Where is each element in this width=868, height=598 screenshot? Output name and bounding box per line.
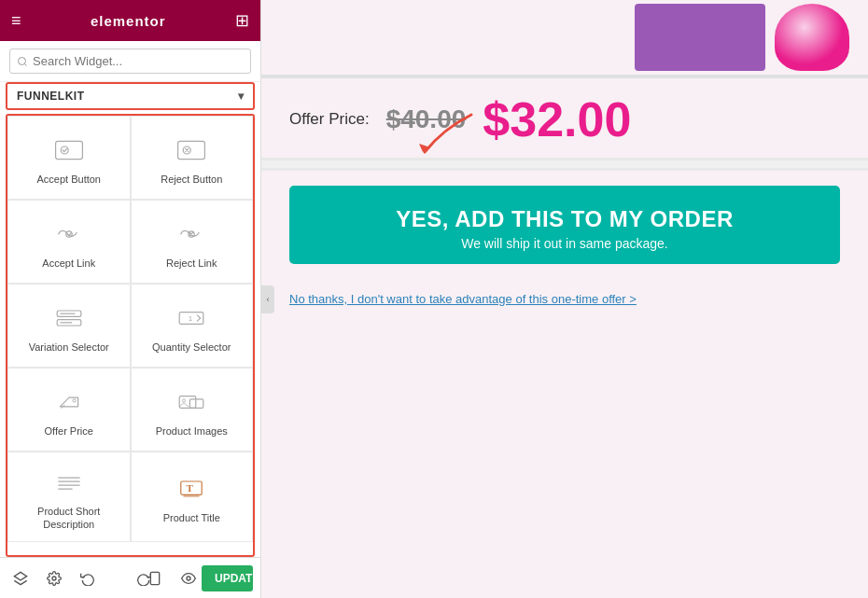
accept-button-label: Accept Button	[37, 173, 102, 186]
reject-link[interactable]: No thanks, I don't want to take advantag…	[289, 292, 637, 306]
left-panel: ≡ elementor ⊞ FUNNELKIT ▾ Accept Button	[0, 0, 261, 598]
redo-icon[interactable]	[108, 565, 134, 591]
accept-button-icon	[52, 133, 86, 167]
cta-main-text: YES, ADD THIS TO MY ORDER	[308, 206, 821, 232]
quantity-selector-icon: 1	[175, 301, 208, 335]
top-bar: ≡ elementor ⊞	[0, 0, 260, 41]
svg-point-27	[187, 577, 190, 580]
offer-price-value: $32.00	[483, 95, 631, 144]
price-section: Offer Price: $40.00 $32.00	[261, 78, 868, 158]
svg-point-15	[183, 399, 186, 402]
svg-point-12	[73, 399, 76, 402]
purple-product-box	[635, 4, 765, 71]
grid-icon[interactable]: ⊞	[235, 10, 249, 31]
svg-rect-25	[150, 572, 159, 584]
cta-section: YES, ADD THIS TO MY ORDER We will ship i…	[261, 171, 868, 279]
svg-rect-2	[178, 141, 205, 159]
accept-link-label: Accept Link	[42, 257, 95, 270]
product-images-icon	[175, 385, 208, 419]
variation-selector-label: Variation Selector	[29, 341, 109, 354]
widget-quantity-selector[interactable]: 1 Quantity Selector	[131, 284, 254, 368]
widget-offer-price[interactable]: Offer Price	[7, 368, 131, 452]
chevron-down-icon: ▾	[238, 90, 245, 103]
undo-icon[interactable]	[75, 565, 101, 591]
widget-variation-selector[interactable]: Variation Selector	[7, 284, 131, 368]
offer-price-label: Offer Price:	[289, 110, 370, 129]
search-input[interactable]	[9, 49, 251, 74]
reject-link-section: No thanks, I don't want to take advantag…	[261, 279, 868, 318]
app-title: elementor	[91, 13, 166, 29]
svg-point-1	[61, 146, 68, 154]
menu-icon[interactable]: ≡	[11, 11, 21, 31]
widget-product-images[interactable]: Product Images	[131, 368, 254, 452]
cta-button[interactable]: YES, ADD THIS TO MY ORDER We will ship i…	[289, 186, 840, 264]
bottom-tools	[7, 565, 202, 591]
product-short-desc-icon	[52, 466, 86, 499]
svg-text:1: 1	[189, 314, 193, 323]
offer-price-label: Offer Price	[45, 424, 93, 438]
right-panel: ‹ Offer Price: $40.00 $32.00 YES, ADD TH…	[261, 0, 868, 598]
reject-button-label: Reject Button	[161, 173, 222, 186]
product-images-label: Product Images	[156, 424, 228, 438]
widget-grid: Accept Button Reject Button	[7, 116, 253, 542]
product-short-desc-label: Product Short Description	[37, 505, 100, 532]
widget-reject-button[interactable]: Reject Button	[131, 116, 254, 200]
category-label: FUNNELKIT	[17, 90, 85, 103]
cta-sub-text: We will ship it out in same package.	[308, 236, 821, 251]
category-selector[interactable]: FUNNELKIT ▾	[6, 82, 255, 110]
widget-accept-button[interactable]: Accept Button	[7, 116, 131, 200]
widget-reject-link[interactable]: Reject Link	[131, 200, 254, 284]
widget-product-short-desc[interactable]: Product Short Description	[7, 452, 131, 542]
product-image-area	[261, 0, 868, 75]
offer-price-icon	[52, 385, 86, 419]
widget-accept-link[interactable]: Accept Link	[7, 200, 131, 284]
widget-product-title[interactable]: T Product Title	[131, 452, 254, 542]
product-title-label: Product Title	[163, 511, 220, 524]
product-title-icon: T	[175, 472, 208, 506]
pink-product-bottle	[775, 4, 849, 71]
svg-rect-14	[190, 399, 203, 409]
layers-icon[interactable]	[7, 565, 34, 591]
settings-icon[interactable]	[41, 565, 67, 591]
svg-text:T: T	[187, 482, 194, 494]
reject-button-icon	[175, 133, 208, 167]
update-label: UPDATE	[202, 565, 253, 591]
variation-selector-icon	[52, 301, 86, 335]
divider-3	[261, 160, 868, 168]
reject-link-label: Reject Link	[166, 257, 217, 270]
bottom-toolbar: UPDATE ▾	[0, 557, 260, 598]
search-bar	[0, 41, 260, 82]
svg-rect-0	[55, 141, 82, 159]
reject-link-icon	[175, 217, 208, 251]
svg-point-24	[52, 577, 56, 580]
svg-marker-23	[14, 572, 26, 580]
accept-link-icon	[52, 217, 86, 251]
widget-grid-container: Accept Button Reject Button	[6, 114, 255, 557]
quantity-selector-label: Quantity Selector	[152, 341, 231, 354]
collapse-handle[interactable]: ‹	[261, 285, 274, 313]
update-button[interactable]: UPDATE ▾	[202, 565, 253, 591]
eye-icon[interactable]	[175, 565, 202, 591]
original-price: $40.00	[386, 104, 467, 134]
